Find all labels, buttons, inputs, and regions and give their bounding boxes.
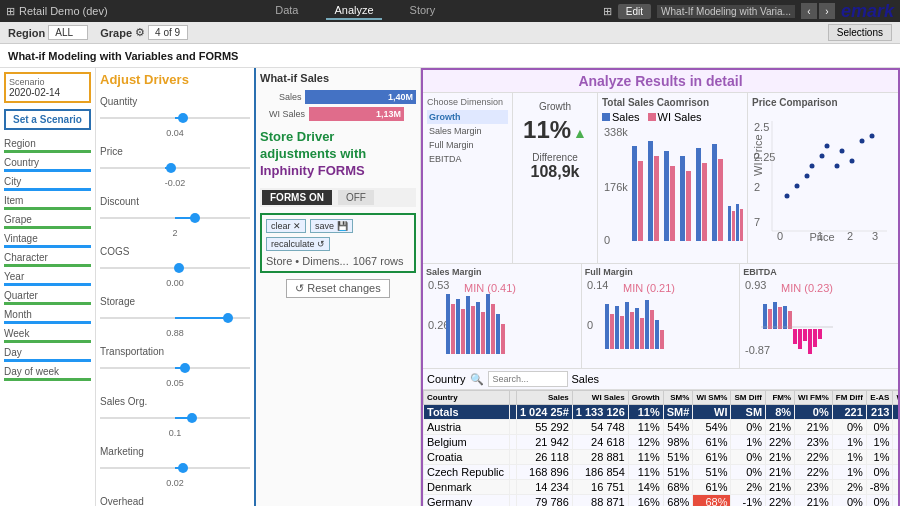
transportation-slider[interactable] xyxy=(100,360,250,376)
svg-rect-50 xyxy=(466,296,470,354)
driver-price-label: Price xyxy=(100,146,250,157)
filter-year-label: Year xyxy=(4,271,91,282)
forms-save-button[interactable]: save 💾 xyxy=(310,219,353,233)
dim-sales-margin[interactable]: Sales Margin xyxy=(427,124,508,138)
totals-sm: SM# xyxy=(663,405,693,420)
svg-rect-14 xyxy=(718,159,723,241)
svg-rect-68 xyxy=(640,318,644,349)
grape-filter[interactable]: Grape ⚙ 4 of 9 xyxy=(100,25,188,40)
reset-changes-button[interactable]: ↺ Reset changes xyxy=(286,279,389,298)
whatif-title: What-if Sales xyxy=(260,72,416,84)
grape-icon: ⚙ xyxy=(135,26,145,39)
storage-slider[interactable] xyxy=(100,310,250,326)
svg-rect-87 xyxy=(818,329,822,339)
driver-quantity: Quantity 0.04 xyxy=(100,96,250,138)
store-driver-line3: Inphinity FORMS xyxy=(260,163,416,180)
discount-slider[interactable] xyxy=(100,210,250,226)
analysis-top: Choose Dimension Growth Sales Margin Ful… xyxy=(423,93,898,263)
price-comp-title: Price Comparison xyxy=(752,97,894,108)
marketing-slider[interactable] xyxy=(100,460,250,476)
app-info: ⊞ Retail Demo (dev) xyxy=(6,5,108,18)
country-search-input[interactable] xyxy=(488,371,568,387)
tab-data[interactable]: Data xyxy=(267,2,306,20)
totals-sales: 1 024 25# xyxy=(516,405,572,420)
totals-wifm: 0% xyxy=(795,405,833,420)
quantity-slider[interactable] xyxy=(100,110,250,126)
totals-growth: 11% xyxy=(628,405,663,420)
filter-year: Year xyxy=(4,271,91,286)
svg-rect-84 xyxy=(803,329,807,341)
svg-rect-7 xyxy=(664,151,669,241)
analysis-title: Analyze Results in detail xyxy=(431,73,890,89)
wi-label: What-If Modeling with Varia... xyxy=(657,5,795,18)
analysis-panel: Analyze Results in detail Choose Dimensi… xyxy=(421,68,900,506)
diff-value: 108,9k xyxy=(517,163,593,181)
forms-clear-button[interactable]: clear ✕ xyxy=(266,219,306,233)
nav-arrows: ‹ › xyxy=(801,3,835,19)
tab-story[interactable]: Story xyxy=(402,2,444,20)
svg-rect-64 xyxy=(620,316,624,349)
svg-point-32 xyxy=(825,144,830,149)
year-bar xyxy=(4,283,91,286)
svg-point-35 xyxy=(850,159,855,164)
svg-point-34 xyxy=(840,149,845,154)
dim-growth[interactable]: Growth xyxy=(427,110,508,124)
svg-rect-11 xyxy=(696,148,701,241)
filter-grape-label: Grape xyxy=(4,214,91,225)
ebitda-svg: 0.93 -0.87 xyxy=(743,279,895,364)
svg-text:1: 1 xyxy=(817,230,823,241)
wisales-bar-label: WI Sales xyxy=(260,109,305,119)
driver-storage: Storage 0.88 xyxy=(100,296,250,338)
whatif-panel: What-if Sales Sales 1,40M WI Sales 1,13M… xyxy=(256,68,421,506)
sales-bar-row: Sales 1,40M xyxy=(260,90,416,104)
forms-on-button[interactable]: FORMS ON xyxy=(262,190,332,205)
price-slider[interactable] xyxy=(100,160,250,176)
price-value: -0.02 xyxy=(100,178,250,188)
svg-rect-77 xyxy=(768,309,772,329)
sales-bar: 1,40M xyxy=(305,90,416,104)
region-value: ALL xyxy=(48,25,88,40)
dim-full-margin[interactable]: Full Margin xyxy=(427,138,508,152)
tab-analyze[interactable]: Analyze xyxy=(326,2,381,20)
total-sales-svg: 338k 176k 0 xyxy=(602,126,743,246)
next-arrow[interactable]: › xyxy=(819,3,835,19)
svg-rect-4 xyxy=(638,161,643,241)
marketing-value: 0.02 xyxy=(100,478,250,488)
forms-off-button[interactable]: OFF xyxy=(338,190,374,205)
legend-sales-dot xyxy=(602,113,610,121)
search-icon: 🔍 xyxy=(470,373,484,386)
svg-rect-46 xyxy=(446,294,450,354)
salesorg-slider[interactable] xyxy=(100,410,250,426)
mini-chart-ebitda: EBITDA 0.93 -0.87 xyxy=(740,264,898,368)
svg-point-33 xyxy=(835,164,840,169)
grape-label: Grape xyxy=(100,27,132,39)
svg-rect-56 xyxy=(496,314,500,354)
svg-rect-15 xyxy=(728,206,731,241)
svg-text:MIN (0.21): MIN (0.21) xyxy=(623,282,675,294)
day-bar xyxy=(4,359,91,362)
chart-legend: Sales WI Sales xyxy=(602,111,743,123)
legend-wisales: WI Sales xyxy=(648,111,702,123)
set-scenario-button[interactable]: Set a Scenario xyxy=(4,109,91,130)
filter-character-label: Character xyxy=(4,252,91,263)
prev-arrow[interactable]: ‹ xyxy=(801,3,817,19)
driver-quantity-label: Quantity xyxy=(100,96,250,107)
svg-rect-83 xyxy=(798,329,802,349)
svg-text:2: 2 xyxy=(847,230,853,241)
region-filter[interactable]: Region ALL xyxy=(8,25,88,40)
selections-button[interactable]: Selections xyxy=(828,24,892,41)
svg-rect-79 xyxy=(778,307,782,329)
totals-empty xyxy=(509,405,516,420)
svg-rect-55 xyxy=(491,304,495,354)
totals-wisales: 1 133 126 xyxy=(572,405,628,420)
driver-salesorg: Sales Org. 0.1 xyxy=(100,396,250,438)
second-bar-right: Selections xyxy=(828,24,892,41)
svg-rect-47 xyxy=(451,304,455,354)
forms-recalculate-button[interactable]: recalculate ↺ xyxy=(266,237,330,251)
dim-ebitda[interactable]: EBITDA xyxy=(427,152,508,166)
svg-rect-54 xyxy=(486,294,490,354)
filter-quarter-label: Quarter xyxy=(4,290,91,301)
edit-button[interactable]: Edit xyxy=(618,4,651,19)
cogs-slider[interactable] xyxy=(100,260,250,276)
driver-discount-label: Discount xyxy=(100,196,250,207)
